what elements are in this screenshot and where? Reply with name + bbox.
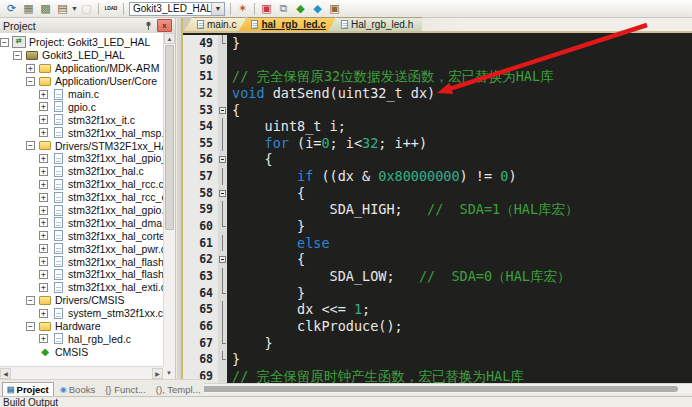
tree-expander-minus[interactable]: −: [26, 77, 35, 86]
panel-tab-project[interactable]: ▤Project: [2, 382, 54, 396]
tree-item[interactable]: +stm32f1xx_hal_flash.c: [0, 255, 163, 268]
tree-expander-plus[interactable]: +: [39, 283, 48, 292]
panel-tab-templ[interactable]: (), Templ...: [152, 382, 205, 396]
tree-expander-plus[interactable]: +: [39, 206, 48, 215]
options-for-target-icon[interactable]: ✶: [234, 1, 251, 16]
tree-item[interactable]: +stm32f1xx_hal_flash_ex.c: [0, 268, 163, 281]
file-extensions-icon[interactable]: ⧉: [275, 1, 292, 16]
fold-margin[interactable]: [218, 102, 227, 119]
tree-expander-minus[interactable]: −: [26, 296, 35, 305]
tree-expander-plus[interactable]: +: [39, 102, 48, 111]
editor-tab-label: hal_rgb_led.c: [261, 19, 325, 30]
tree-indent: [13, 113, 26, 126]
tree-item[interactable]: −Application/User/Core: [0, 75, 163, 88]
tree-expander-plus[interactable]: +: [39, 115, 48, 124]
tree-item[interactable]: −⇄Project: Gokit3_LED_HAL: [0, 36, 163, 49]
translate-icon[interactable]: ⟳: [3, 1, 20, 16]
tree-expander-plus[interactable]: +: [39, 257, 48, 266]
tree-expander-minus[interactable]: −: [26, 141, 35, 150]
tree-item[interactable]: −Gokit3_LED_HAL: [0, 49, 163, 62]
tree-item[interactable]: +system_stm32f1xx.c: [0, 307, 163, 320]
fold-collapse-icon[interactable]: [219, 190, 226, 197]
flash-download-icon[interactable]: LOAD: [102, 1, 120, 16]
tree-expander-minus[interactable]: −: [26, 322, 35, 331]
rebuild-icon[interactable]: ▩: [37, 1, 54, 16]
editor-hscroll-thumb[interactable]: [193, 386, 678, 392]
tree-expander-minus[interactable]: −: [13, 51, 22, 60]
build-output-bar[interactable]: Build Output: [0, 396, 692, 407]
scroll-left-icon[interactable]: ◀: [0, 368, 11, 379]
tree-expander-plus[interactable]: +: [39, 90, 48, 99]
tree-item[interactable]: −Drivers/CMSIS: [0, 294, 163, 307]
fold-collapse-icon[interactable]: [219, 107, 226, 114]
tree-item[interactable]: +stm32f1xx_hal_cortex.c: [0, 229, 163, 242]
tree-expander-plus[interactable]: +: [39, 218, 48, 227]
tree-item[interactable]: +stm32f1xx_hal_gpio_ex.c: [0, 152, 163, 165]
editor-tab-main-c[interactable]: main.c: [184, 17, 245, 31]
tree-vertical-scrollbar[interactable]: ▲: [163, 33, 175, 366]
pin-icon[interactable]: [142, 20, 155, 31]
tree-expander-plus[interactable]: +: [26, 64, 35, 73]
editor-tab-hal_rgb_led-h[interactable]: Hal_rgb_led.h: [328, 17, 422, 31]
close-panel-button[interactable]: x: [157, 19, 172, 32]
manage-rte-icon[interactable]: ◆: [309, 1, 326, 16]
scroll-up-icon[interactable]: ▲: [164, 33, 175, 44]
manage-project-items-icon[interactable]: ▣: [258, 1, 275, 16]
tree-item[interactable]: +stm32f1xx_hal_gpio.c: [0, 204, 163, 217]
tree-item[interactable]: −Drivers/STM32F1xx_HAL_Driv: [0, 139, 163, 152]
scroll-right-icon[interactable]: ▶: [152, 368, 163, 379]
tree-expander-plus[interactable]: +: [39, 193, 48, 202]
target-select[interactable]: Gokit3_LED_HAL▼: [129, 2, 225, 16]
scroll-down-icon[interactable]: ▼: [163, 366, 175, 379]
tree-horizontal-scrollbar[interactable]: ◀ ▶: [0, 366, 163, 379]
fold-margin[interactable]: [218, 151, 227, 168]
tree-item[interactable]: +Application/MDK-ARM: [0, 62, 163, 75]
tree-expander-minus[interactable]: −: [0, 38, 9, 47]
fold-margin[interactable]: [218, 251, 227, 268]
tree-expander-plus[interactable]: +: [39, 270, 48, 279]
tree-indent: [26, 332, 39, 345]
tree-item[interactable]: +stm32f1xx_hal_exti.c: [0, 281, 163, 294]
tree-expander-plus[interactable]: +: [39, 128, 48, 137]
panel-tab-books[interactable]: ◉Books: [56, 382, 99, 396]
tree-expander-plus[interactable]: +: [39, 154, 48, 163]
tree-item[interactable]: +stm32f1xx_hal_dma.c: [0, 216, 163, 229]
batch-build-icon[interactable]: ▤: [54, 1, 71, 16]
tree-expander-plus[interactable]: +: [39, 334, 48, 343]
tree-item-label: Drivers/STM32F1xx_HAL_Driv: [55, 140, 163, 152]
fold-collapse-icon[interactable]: [219, 156, 226, 163]
tree-item[interactable]: +gpio.c: [0, 100, 163, 113]
tree-item[interactable]: +stm32f1xx_hal.c: [0, 165, 163, 178]
tree-item[interactable]: +stm32f1xx_hal_pwr.c: [0, 242, 163, 255]
tree-item[interactable]: +stm32f1xx_hal_msp.c: [0, 126, 163, 139]
dropdown-caret-icon[interactable]: ▼: [71, 5, 78, 12]
chevron-down-icon[interactable]: ▼: [211, 3, 224, 15]
fold-collapse-icon[interactable]: [219, 256, 226, 263]
tree-item[interactable]: +hal_rgb_led.c: [0, 332, 163, 345]
tree-item-label: stm32f1xx_hal_rcc.c: [68, 178, 163, 190]
tree-item[interactable]: +stm32f1xx_it.c: [0, 113, 163, 126]
code-segment: [232, 168, 297, 184]
tree-expander-plus[interactable]: +: [39, 231, 48, 240]
code-editor[interactable]: 49}5051// 完全保留原32位数据发送函数，宏已替换为HAL库52void…: [183, 33, 692, 383]
panel-tab-funct[interactable]: {} Funct...: [101, 382, 150, 396]
tree-item[interactable]: ◆CMSIS: [0, 345, 163, 358]
select-software-packs-icon[interactable]: ◆: [292, 1, 309, 16]
tree-expander-plus[interactable]: +: [39, 309, 48, 318]
fold-margin[interactable]: [218, 185, 227, 202]
tree-item[interactable]: +main.c: [0, 88, 163, 101]
tree-item-label: system_stm32f1xx.c: [68, 307, 163, 319]
tree-item[interactable]: +stm32f1xx_hal_rcc_ex.c: [0, 191, 163, 204]
tree-expander-plus[interactable]: +: [39, 167, 48, 176]
tree-item[interactable]: +stm32f1xx_hal_rcc.c: [0, 178, 163, 191]
editor-horizontal-scrollbar[interactable]: [183, 383, 692, 394]
tree-expander-plus[interactable]: +: [39, 180, 48, 189]
tree-item[interactable]: −Hardware: [0, 320, 163, 333]
code-segment: if: [297, 168, 313, 184]
pack-installer-icon[interactable]: ▣: [326, 1, 343, 16]
folder-icon: [38, 321, 52, 332]
editor-tab-hal_rgb_led-c[interactable]: hal_rgb_led.c: [238, 17, 334, 31]
tree-vscroll-thumb[interactable]: [165, 45, 174, 230]
build-icon[interactable]: ▦: [20, 1, 37, 16]
tree-expander-plus[interactable]: +: [39, 244, 48, 253]
